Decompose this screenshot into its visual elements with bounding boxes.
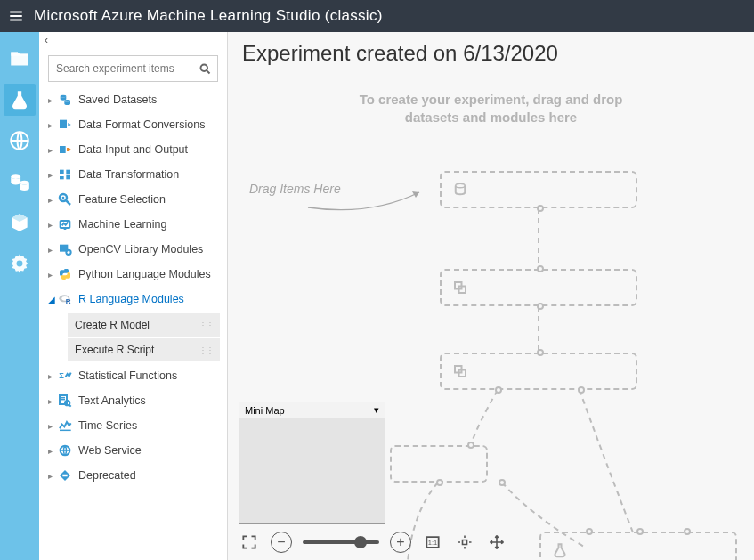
svg-text:R: R — [66, 297, 71, 305]
datasets-icon — [8, 170, 31, 193]
zoom-in-button[interactable]: + — [390, 532, 411, 553]
category-data-transformation[interactable]: ▸Data Transformation — [39, 162, 227, 187]
category-opencv-library-modules[interactable]: ▸OpenCV Library Modules — [39, 237, 227, 262]
experiment-title: Experiment created on 6/13/2020 — [228, 32, 754, 69]
data-io-icon — [57, 142, 73, 157]
cylinder-icon — [452, 182, 468, 198]
category-label: Deprecated — [78, 469, 136, 482]
rail-settings[interactable] — [4, 248, 36, 280]
category-data-input-and-output[interactable]: ▸Data Input and Output — [39, 137, 227, 162]
category-python-language-modules[interactable]: ▸Python Language Modules — [39, 262, 227, 287]
minimap-body[interactable] — [239, 418, 385, 523]
app-header: Microsoft Azure Machine Learning Studio … — [0, 0, 754, 32]
search-input[interactable] — [53, 59, 199, 78]
category-web-service[interactable]: ▸Web Service — [39, 438, 227, 463]
category-time-series[interactable]: ▸Time Series — [39, 413, 227, 438]
svg-point-1 — [11, 174, 20, 179]
zoom-out-button[interactable]: − — [271, 532, 292, 553]
zoom-slider[interactable] — [303, 540, 379, 544]
chevron-down-icon: ▾ — [374, 404, 379, 416]
minimap[interactable]: Mini Map ▾ — [239, 402, 385, 524]
canvas-hint: To create your experiment, drag and drop… — [246, 91, 736, 127]
category-label: Web Service — [78, 444, 142, 457]
placeholder-node-experiment[interactable] — [539, 532, 737, 560]
svg-rect-12 — [66, 170, 70, 174]
category-statistical-functions[interactable]: ▸ΣStatistical Functions — [39, 363, 227, 388]
caret-icon: ▸ — [48, 446, 57, 456]
stacked-cylinders-icon — [57, 93, 73, 107]
category-text-analytics[interactable]: ▸Text Analytics — [39, 388, 227, 413]
time-series-icon — [57, 418, 73, 433]
svg-rect-10 — [60, 146, 66, 153]
pan-button[interactable] — [486, 532, 507, 553]
module-palette: ‹ ▸Saved Datasets▸Data Format Conversion… — [39, 32, 228, 560]
svg-point-2 — [20, 181, 29, 185]
web-service-icon — [57, 443, 73, 458]
caret-icon: ▸ — [48, 195, 57, 205]
svg-rect-19 — [64, 228, 67, 230]
data-format-icon — [57, 118, 73, 132]
flask-icon — [552, 542, 568, 558]
actual-size-button[interactable]: 1:1 — [422, 532, 443, 553]
palette-collapse[interactable]: ‹ — [39, 32, 227, 48]
module-create-r-model[interactable]: Create R Model⋮⋮ — [68, 313, 220, 337]
svg-rect-41 — [463, 540, 467, 545]
module-label: Create R Model — [75, 319, 150, 331]
feature-select-icon — [57, 192, 73, 207]
category-r-language-modules[interactable]: ◢RR Language Modules — [39, 287, 227, 312]
placeholder-node-dataset[interactable] — [440, 171, 637, 208]
svg-line-17 — [66, 200, 70, 205]
opencv-icon — [57, 242, 73, 256]
caret-icon: ▸ — [48, 396, 57, 406]
app-title: Microsoft Azure Machine Learning Studio … — [34, 7, 383, 25]
rail-experiments[interactable] — [4, 84, 36, 116]
placeholder-node-module-2[interactable] — [440, 353, 637, 390]
category-feature-selection[interactable]: ▸Feature Selection — [39, 187, 227, 212]
caret-icon: ▸ — [48, 421, 57, 431]
category-machine-learning[interactable]: ▸Machine Learning — [39, 212, 227, 237]
category-data-format-conversions[interactable]: ▸Data Format Conversions — [39, 112, 227, 137]
svg-rect-14 — [66, 175, 70, 180]
python-icon — [57, 267, 73, 281]
stats-icon: Σ — [57, 369, 73, 383]
category-label: Python Language Modules — [78, 268, 211, 280]
canvas[interactable]: To create your experiment, drag and drop… — [228, 69, 754, 560]
svg-point-21 — [66, 250, 70, 255]
data-transform-icon — [57, 167, 73, 182]
fullscreen-button[interactable] — [239, 532, 260, 553]
rail-datasets[interactable] — [4, 166, 36, 198]
category-label: Text Analytics — [78, 394, 146, 407]
category-label: Time Series — [78, 419, 137, 432]
svg-line-6 — [207, 70, 209, 73]
left-rail — [0, 32, 39, 560]
minimap-header[interactable]: Mini Map ▾ — [239, 402, 385, 418]
category-label: Machine Learning — [78, 218, 166, 231]
caret-icon: ▸ — [48, 120, 57, 130]
canvas-toolbar: − + 1:1 — [239, 532, 507, 553]
svg-point-7 — [61, 95, 67, 98]
search-container — [48, 55, 218, 82]
module-block-icon — [452, 280, 468, 296]
category-label: Data Format Conversions — [78, 118, 205, 131]
svg-text:Σ: Σ — [59, 371, 64, 380]
category-label: Saved Datasets — [78, 93, 157, 106]
canvas-area: Experiment created on 6/13/2020 To creat… — [228, 32, 754, 560]
category-saved-datasets[interactable]: ▸Saved Datasets — [39, 87, 227, 112]
settings-icon — [8, 252, 31, 275]
placeholder-node-module-1[interactable] — [440, 269, 637, 306]
fit-to-screen-button[interactable] — [454, 532, 475, 553]
caret-icon: ▸ — [48, 95, 57, 105]
menu-button[interactable] — [5, 5, 27, 27]
module-execute-r-script[interactable]: Execute R Script⋮⋮ — [68, 338, 220, 361]
svg-rect-11 — [60, 170, 64, 174]
placeholder-node-small[interactable] — [390, 445, 488, 483]
grip-icon: ⋮⋮ — [199, 321, 213, 330]
rail-modules[interactable] — [4, 207, 36, 239]
rail-web-services[interactable] — [4, 125, 36, 157]
caret-icon: ▸ — [48, 245, 57, 255]
category-label: Data Transformation — [78, 168, 179, 181]
projects-icon — [8, 47, 31, 70]
category-label: Feature Selection — [78, 193, 166, 206]
category-deprecated[interactable]: ▸Deprecated — [39, 463, 227, 488]
rail-projects[interactable] — [4, 43, 36, 75]
